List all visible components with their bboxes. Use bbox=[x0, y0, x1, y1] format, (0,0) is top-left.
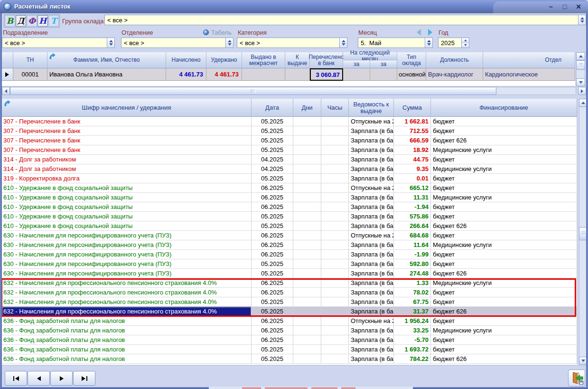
cell-code[interactable]: 319 - Корректировка долга bbox=[2, 174, 252, 183]
department-select[interactable]: < все > bbox=[2, 38, 115, 48]
cell-sum[interactable]: 33.25 bbox=[394, 326, 431, 335]
cell-sheet[interactable]: Зарплата (в бан bbox=[349, 174, 394, 183]
cell-fin[interactable]: Медицинские услуги bbox=[431, 326, 577, 335]
cell-sheet[interactable]: Зарплата (в бан bbox=[349, 278, 394, 288]
cell-hours[interactable] bbox=[321, 202, 349, 212]
cell-sheet[interactable]: Зарплата (в бан bbox=[349, 136, 394, 145]
cell-days[interactable] bbox=[293, 164, 321, 174]
cell-sheet[interactable]: Зарплата (в бан bbox=[349, 354, 394, 364]
detail-table-row[interactable]: 319 - Корректировка долга05.2025Зарплата… bbox=[2, 174, 577, 183]
next-month-arrow-icon[interactable] bbox=[428, 29, 432, 36]
cell-date[interactable]: 05.2025 bbox=[252, 136, 293, 145]
cell-withheld[interactable]: 4 461.73 bbox=[206, 68, 242, 81]
cell-code[interactable]: 630 - Начисления для персонифицированног… bbox=[2, 269, 252, 278]
cell-date[interactable]: 05.2025 bbox=[252, 259, 293, 269]
cell-code[interactable]: 314 - Долг за работником bbox=[2, 155, 252, 164]
column-header-next-month[interactable]: На следующий месяц bbox=[343, 52, 397, 60]
detail-table-row[interactable]: 630 - Начисления для персонифицированног… bbox=[2, 231, 577, 240]
cell-sum[interactable]: 575.86 bbox=[394, 212, 431, 221]
cell-days[interactable] bbox=[293, 145, 321, 155]
cell-tn[interactable]: 00001 bbox=[13, 68, 47, 81]
detail-table-row[interactable]: 610 - Удержание в фонд социальной защиты… bbox=[2, 183, 577, 193]
detail-table-row[interactable]: 636 - Фонд заработной платы для налогов0… bbox=[2, 345, 577, 354]
column-header-fio[interactable]: Фамилия, Имя, Отчество bbox=[47, 52, 166, 68]
cell-code[interactable]: 307 - Перечисление в банк bbox=[2, 136, 252, 145]
detail-table-row[interactable]: 632 - Начисления для профессионального п… bbox=[2, 297, 577, 307]
cell-days[interactable] bbox=[293, 316, 321, 326]
dropdown-spinner-icon[interactable] bbox=[107, 38, 114, 47]
cell-code[interactable]: 307 - Перечисление в банк bbox=[2, 126, 252, 136]
cell-hours[interactable] bbox=[321, 145, 349, 155]
cell-date[interactable]: 05.2025 bbox=[252, 174, 293, 183]
cell-hours[interactable] bbox=[321, 345, 349, 354]
cell-date[interactable]: 06.2025 bbox=[252, 202, 293, 212]
cell-fin[interactable]: Медицинские услуги bbox=[431, 145, 577, 155]
column-header-position[interactable]: Должность bbox=[426, 52, 483, 68]
cell-hours[interactable] bbox=[321, 231, 349, 240]
cell-za1[interactable] bbox=[343, 68, 370, 81]
cell-date[interactable]: 05.2025 bbox=[252, 145, 293, 155]
cell-date[interactable]: 04.2025 bbox=[252, 155, 293, 164]
cell-days[interactable] bbox=[293, 307, 321, 316]
column-header-za2[interactable]: за bbox=[370, 60, 397, 68]
hscrollbar-thumb[interactable] bbox=[10, 87, 496, 95]
cell-sum[interactable]: 665.12 bbox=[394, 183, 431, 193]
cell-code[interactable]: 632 - Начисления для профессионального п… bbox=[2, 278, 252, 288]
cell-issued-inter[interactable] bbox=[242, 68, 285, 81]
cell-code[interactable]: 632 - Начисления для профессионального п… bbox=[2, 288, 252, 297]
column-header-accrued[interactable]: Начислено bbox=[166, 52, 206, 68]
cell-fin[interactable]: бюджет bbox=[431, 126, 577, 136]
cell-sheet[interactable]: Зарплата (в бан bbox=[349, 326, 394, 335]
prev-record-button[interactable] bbox=[28, 371, 50, 386]
cell-fin[interactable]: бюджет bbox=[431, 259, 577, 269]
cell-hours[interactable] bbox=[321, 240, 349, 250]
column-header-za1[interactable]: за bbox=[343, 60, 370, 68]
cell-accrued[interactable]: 4 461.73 bbox=[166, 68, 206, 81]
detail-table-row[interactable]: 610 - Удержание в фонд социальной защиты… bbox=[2, 193, 577, 202]
cell-date[interactable]: 05.2025 bbox=[252, 354, 293, 364]
cell-date[interactable]: 06.2025 bbox=[252, 231, 293, 240]
cell-days[interactable] bbox=[293, 221, 321, 231]
cell-sheet[interactable]: Отпускные на 2 bbox=[349, 316, 394, 326]
cell-code[interactable]: 632 - Начисления для профессионального п… bbox=[2, 297, 252, 307]
cell-fin[interactable]: бюджет bbox=[431, 345, 577, 354]
column-header-withheld[interactable]: Удержано bbox=[206, 52, 242, 68]
cell-sheet[interactable]: Зарплата (в бан bbox=[349, 155, 394, 164]
detail-table-row[interactable]: 610 - Удержание в фонд социальной защиты… bbox=[2, 221, 577, 231]
cell-fin[interactable]: бюджет 626 bbox=[431, 354, 577, 364]
cell-days[interactable] bbox=[293, 240, 321, 250]
cell-sheet[interactable]: Зарплата (в бан bbox=[349, 259, 394, 269]
cell-days[interactable] bbox=[293, 278, 321, 288]
cell-sheet[interactable]: Зарплата (в бан bbox=[349, 193, 394, 202]
cell-days[interactable] bbox=[293, 183, 321, 193]
cell-sum[interactable]: 266.64 bbox=[394, 221, 431, 231]
cell-hours[interactable] bbox=[321, 278, 349, 288]
cell-sheet[interactable]: Зарплата (в бан bbox=[349, 288, 394, 297]
cell-date[interactable]: 05.2025 bbox=[252, 212, 293, 221]
cell-sheet[interactable]: Зарплата (в бан bbox=[349, 202, 394, 212]
detail-table-row[interactable]: 610 - Удержание в фонд социальной защиты… bbox=[2, 212, 577, 221]
cell-sheet[interactable]: Отпускные на 2 bbox=[349, 183, 394, 193]
cell-code[interactable]: 630 - Начисления для персонифицированног… bbox=[2, 231, 252, 240]
column-header-to-pay[interactable]: К выдаче bbox=[285, 52, 310, 68]
cell-hours[interactable] bbox=[321, 307, 349, 316]
cell-fin[interactable]: бюджет bbox=[431, 155, 577, 164]
maximize-button[interactable]: □ bbox=[560, 2, 569, 11]
cell-code[interactable]: 630 - Начисления для персонифицированног… bbox=[2, 240, 252, 250]
cell-days[interactable] bbox=[293, 288, 321, 297]
cell-sum[interactable]: 274.48 bbox=[394, 269, 431, 278]
cell-days[interactable] bbox=[293, 231, 321, 240]
cell-sheet[interactable]: Зарплата (в бан bbox=[349, 297, 394, 307]
cell-days[interactable] bbox=[293, 259, 321, 269]
detail-table-row[interactable]: 630 - Начисления для персонифицированног… bbox=[2, 259, 577, 269]
cell-fin[interactable]: Медицинские услуги bbox=[431, 193, 577, 202]
cell-sum[interactable]: 1 662.81 bbox=[394, 117, 431, 126]
cell-code[interactable]: 630 - Начисления для персонифицированног… bbox=[2, 250, 252, 259]
scroll-right-icon[interactable] bbox=[578, 87, 586, 95]
detail-table-row[interactable]: 307 - Перечисление в банк05.2025Зарплата… bbox=[2, 145, 577, 155]
detail-table-row[interactable]: 307 - Перечисление в банк05.2025Отпускны… bbox=[2, 117, 577, 126]
cell-fin[interactable]: бюджет bbox=[431, 117, 577, 126]
cell-date[interactable]: 05.2025 bbox=[252, 117, 293, 126]
column-header-tn[interactable]: ТН bbox=[13, 52, 47, 68]
cell-sheet[interactable]: Зарплата (в бан bbox=[349, 269, 394, 278]
